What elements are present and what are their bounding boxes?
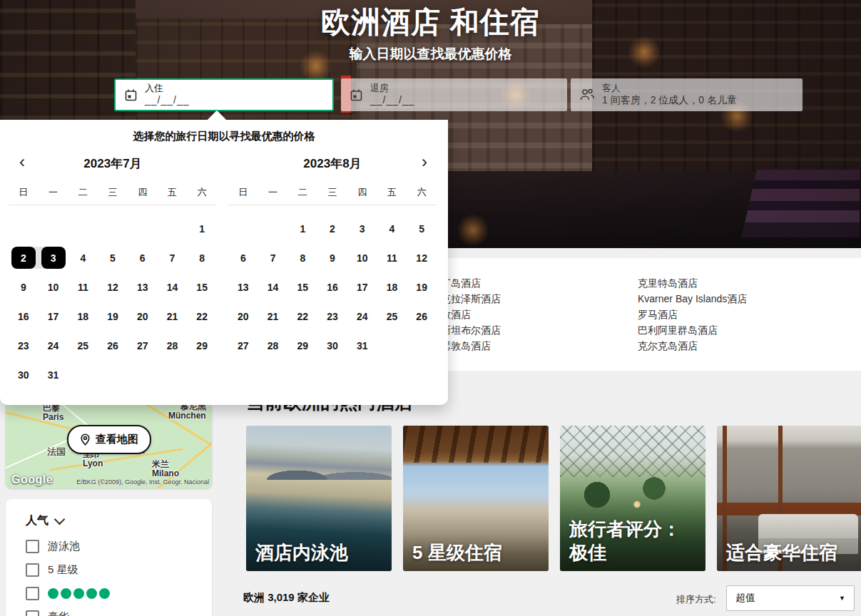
guests-field[interactable]: 客人 1 间客房，2 位成人，0 名儿童 [571, 78, 803, 111]
calendar-day-empty [98, 214, 128, 243]
calendar-day[interactable]: 15 [187, 272, 217, 302]
calendar-day[interactable]: 29 [187, 331, 217, 360]
calendar-day[interactable]: 2 [9, 243, 39, 272]
calendar-day[interactable]: 24 [39, 331, 68, 360]
weekday-label: 四 [128, 186, 158, 199]
calendar-day[interactable]: 22 [187, 302, 217, 331]
destination-link[interactable]: 罗马酒店 [638, 307, 747, 322]
calendar-day[interactable]: 7 [158, 243, 188, 272]
calendar-day[interactable]: 5 [98, 243, 128, 272]
calendar-day[interactable]: 11 [377, 243, 407, 272]
destination-link[interactable]: Kvarner Bay Islands酒店 [638, 291, 747, 307]
filter-option[interactable]: 游泳池 [26, 535, 200, 558]
calendar-day[interactable]: 12 [407, 243, 437, 272]
checkbox[interactable] [26, 587, 39, 600]
page-title: 欧洲酒店 和住宿 [0, 3, 861, 42]
calendar-day[interactable]: 18 [377, 272, 407, 302]
calendar-day[interactable]: 17 [347, 272, 377, 302]
calendar-day[interactable]: 3 [347, 214, 377, 243]
calendar-day[interactable]: 4 [377, 214, 407, 243]
calendar-day[interactable]: 25 [377, 302, 407, 331]
checkin-date-field[interactable]: 入住 __/__/__ [114, 78, 334, 111]
calendar-day[interactable]: 19 [98, 302, 128, 331]
calendar-day[interactable]: 28 [158, 331, 188, 360]
category-card[interactable]: 酒店内泳池 [246, 426, 392, 571]
calendar-day[interactable]: 27 [128, 331, 158, 360]
calendar-day[interactable]: 1 [187, 214, 217, 243]
card-label: 适合豪华住宿 [726, 541, 855, 565]
calendar-day[interactable]: 13 [128, 272, 158, 302]
checkbox[interactable] [26, 540, 39, 553]
calendar-day[interactable]: 1 [287, 214, 317, 243]
calendar-day[interactable]: 15 [287, 272, 317, 302]
category-card[interactable]: 适合豪华住宿 [717, 426, 861, 571]
calendar-day[interactable]: 12 [98, 272, 128, 302]
weekday-header-row: 日一二三四五六 [228, 186, 437, 199]
calendar-day[interactable]: 27 [228, 331, 258, 360]
checkbox[interactable] [26, 610, 39, 616]
calendar-day[interactable]: 24 [347, 302, 377, 331]
calendar-day[interactable]: 9 [317, 243, 347, 272]
calendar-day[interactable]: 14 [158, 272, 188, 302]
calendar-day[interactable]: 8 [287, 243, 317, 272]
calendar-day-empty [68, 214, 98, 243]
calendar-day[interactable]: 14 [258, 272, 288, 302]
calendar-day[interactable]: 30 [317, 331, 347, 360]
card-label: 5 星级住宿 [412, 541, 541, 565]
calendar-day[interactable]: 21 [258, 302, 288, 331]
calendar-day[interactable]: 23 [9, 331, 39, 360]
filter-group-popularity[interactable]: 人气 [26, 513, 63, 528]
filter-option-label: 游泳池 [48, 540, 80, 553]
category-card[interactable]: 5 星级住宿 [403, 426, 549, 571]
checkout-date-field[interactable]: 退房 __/__/__ [341, 78, 567, 111]
calendar-day[interactable]: 10 [39, 272, 68, 302]
view-map-button[interactable]: 查看地图 [67, 425, 151, 454]
destination-link[interactable]: 巴利阿里群岛酒店 [638, 322, 747, 338]
weekday-label: 二 [287, 186, 317, 199]
calendar-day[interactable]: 10 [347, 243, 377, 272]
calendar-day[interactable]: 8 [187, 243, 217, 272]
calendar-day[interactable]: 11 [68, 272, 98, 302]
calendar-day[interactable]: 9 [9, 272, 39, 302]
calendar-day[interactable]: 2 [317, 214, 347, 243]
destination-link[interactable]: 克里特岛酒店 [638, 275, 747, 291]
filter-option[interactable]: 5 星级 [26, 558, 200, 582]
calendar-day[interactable]: 26 [407, 302, 437, 331]
calendar-day[interactable]: 6 [228, 243, 258, 272]
google-logo: Google [11, 473, 53, 486]
calendar-day[interactable]: 30 [9, 360, 39, 389]
calendar-day[interactable]: 22 [287, 302, 317, 331]
calendar-day[interactable]: 25 [68, 331, 98, 360]
calendar-day[interactable]: 18 [68, 302, 98, 331]
calendar-day[interactable]: 7 [258, 243, 288, 272]
calendar-day[interactable]: 19 [407, 272, 437, 302]
calendar-day[interactable]: 28 [258, 331, 288, 360]
calendar-day[interactable]: 31 [39, 360, 68, 389]
sort-dropdown[interactable]: 超值 ▼ [726, 585, 855, 611]
filter-option[interactable]: 豪华 [26, 605, 200, 616]
calendar-day[interactable]: 29 [287, 331, 317, 360]
calendar-day[interactable]: 23 [317, 302, 347, 331]
category-card[interactable]: 旅行者评分：极佳 [560, 426, 705, 571]
calendar-day[interactable]: 20 [128, 302, 158, 331]
filter-option-label: 豪华 [48, 610, 69, 616]
calendar-day[interactable]: 31 [347, 331, 377, 360]
destination-link[interactable]: 克尔克岛酒店 [638, 338, 747, 354]
calendar-day[interactable]: 16 [9, 302, 39, 331]
calendar-day[interactable]: 5 [407, 214, 437, 243]
map-label-milan: 米兰Milano [152, 460, 179, 478]
rating-bubble-icon [73, 588, 84, 599]
rating-bubble-icon [99, 588, 110, 599]
map-attribution: E/BKG (©2009), Google, Inst. Geogr. Naci… [76, 478, 209, 486]
calendar-day[interactable]: 4 [68, 243, 98, 272]
calendar-day[interactable]: 3 [39, 243, 68, 272]
calendar-day[interactable]: 21 [158, 302, 188, 331]
calendar-day[interactable]: 6 [128, 243, 158, 272]
calendar-day[interactable]: 17 [39, 302, 68, 331]
checkbox[interactable] [26, 563, 39, 577]
calendar-day[interactable]: 26 [98, 331, 128, 360]
filter-option[interactable] [26, 582, 200, 605]
calendar-day[interactable]: 20 [228, 302, 258, 331]
calendar-day[interactable]: 16 [317, 272, 347, 302]
calendar-day[interactable]: 13 [228, 272, 258, 302]
